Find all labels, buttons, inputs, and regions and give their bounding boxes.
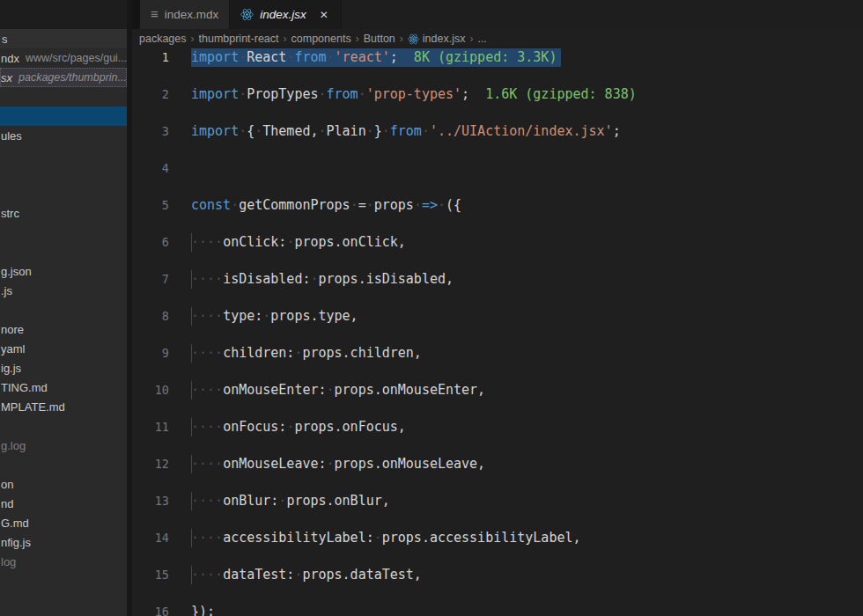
line-number: 13 <box>132 492 169 510</box>
whitespace-dots: ···· <box>191 419 223 435</box>
react-icon <box>408 33 419 45</box>
file-tree-item[interactable]: nfig.js <box>0 532 127 552</box>
whitespace-dots: · <box>310 271 318 287</box>
code-line[interactable]: 2import·PropTypes·from·'prop-types'; 1.6… <box>132 85 863 104</box>
whitespace-dots: · <box>358 86 366 102</box>
whitespace-dots: · <box>319 123 327 139</box>
breadcrumb-item-index-jsx[interactable]: index.jsx <box>408 33 466 45</box>
token: props.accessibilityLabel, <box>382 530 581 546</box>
line-number: 4 <box>132 159 169 178</box>
token: props.children, <box>302 345 421 361</box>
file-tree-item[interactable]: yaml <box>0 339 127 358</box>
code-text: ····dataTest:·props.dataTest, <box>191 566 422 584</box>
token: import <box>191 49 239 65</box>
file-tree-item[interactable]: on <box>0 474 127 494</box>
editor-tab-bar: ≡index.mdxindex.jsx✕ <box>132 0 863 29</box>
code-line[interactable]: 4 <box>132 159 863 178</box>
breadcrumb-item-Button[interactable]: Button <box>364 33 395 45</box>
file-tree-item[interactable]: ig.js <box>0 358 127 378</box>
breadcrumb-item-components[interactable]: components <box>291 33 351 45</box>
token: = <box>358 197 366 213</box>
chevron-right-icon: › <box>400 33 403 45</box>
code-line[interactable]: 14····accessibilityLabel:·props.accessib… <box>132 529 863 547</box>
tab-index.mdx[interactable]: ≡index.mdx <box>140 0 230 29</box>
file-tree-item[interactable]: MPLATE.md <box>0 397 127 416</box>
file-tree-item[interactable]: sxpackages/thumbprin... <box>0 68 127 87</box>
file-tree-item[interactable]: strc <box>0 203 127 223</box>
token: 'prop-types' <box>366 86 461 102</box>
tab-index.jsx[interactable]: index.jsx✕ <box>230 0 342 29</box>
file-name-fragment: ig.js <box>1 362 21 375</box>
code-text: import·{·Themed,·Plain·}·from·'../UIActi… <box>191 122 621 141</box>
token: from <box>390 123 422 139</box>
close-icon[interactable]: ✕ <box>318 8 330 22</box>
file-tree-item[interactable]: ules <box>0 126 127 145</box>
code-line[interactable]: 7····isDisabled:·props.isDisabled, <box>132 270 863 289</box>
code-line[interactable]: 13····onBlur:·props.onBlur, <box>132 492 863 510</box>
line-number: 3 <box>132 122 169 141</box>
code-line[interactable]: 12····onMouseLeave:·props.onMouseLeave, <box>132 455 863 473</box>
code-text: import·PropTypes·from·'prop-types'; 1.6K… <box>191 85 637 104</box>
file-tree-item[interactable]: G.md <box>0 513 127 532</box>
file-name-fragment: log <box>1 555 16 568</box>
file-tree-item-empty <box>0 300 127 319</box>
file-name-fragment: TING.md <box>1 381 48 394</box>
code-line[interactable]: 10····onMouseEnter:·props.onMouseEnter, <box>132 381 863 400</box>
code-line[interactable]: 9····children:·props.children, <box>132 344 863 363</box>
file-tree-item[interactable]: g.log <box>0 436 127 455</box>
code-line[interactable]: 5const·getCommonProps·=·props·=>·({ <box>132 196 863 215</box>
code-line[interactable]: 11····onFocus:·props.onFocus, <box>132 418 863 436</box>
chevron-right-icon: › <box>469 33 473 45</box>
whitespace-dots: ···· <box>191 456 223 472</box>
tab-bar-spacer <box>132 0 140 29</box>
whitespace-dots: ···· <box>191 308 223 324</box>
code-line[interactable]: 8····type:·props.type, <box>132 307 863 326</box>
whitespace-dots: · <box>366 123 374 139</box>
whitespace-dots: · <box>262 308 270 324</box>
file-tree-item[interactable]: TING.md <box>0 378 127 397</box>
code-line[interactable]: 3import·{·Themed,·Plain·}·from·'../UIAct… <box>132 122 863 141</box>
whitespace-dots: · <box>254 123 262 139</box>
whitespace-dots: · <box>327 456 335 472</box>
file-tree-item-empty[interactable] <box>0 106 127 126</box>
whitespace-dots: · <box>350 197 358 213</box>
line-number: 15 <box>132 566 169 584</box>
token: ; <box>390 49 398 65</box>
token: onFocus: <box>223 419 286 435</box>
breadcrumb-item-thumbprint-react[interactable]: thumbprint-react <box>199 33 279 45</box>
file-name-fragment: g.json <box>1 265 32 278</box>
code-line[interactable]: 15····dataTest:·props.dataTest, <box>132 566 863 584</box>
line-number: 7 <box>132 270 169 289</box>
line-number: 6 <box>132 233 169 252</box>
file-name-fragment: nd <box>1 497 13 510</box>
code-text: }); <box>191 603 215 616</box>
file-name-fragment: yaml <box>1 342 25 356</box>
file-tree-item[interactable]: g.json <box>0 261 127 281</box>
code-line[interactable]: 16}); <box>132 603 863 616</box>
token: } <box>374 123 382 139</box>
breadcrumb-label: ... <box>477 33 486 45</box>
code-text: ····onClick:·props.onClick, <box>191 233 406 252</box>
file-tree-item[interactable]: log <box>0 552 127 571</box>
open-editors-section-header[interactable]: s <box>0 29 127 48</box>
code-line[interactable]: 6····onClick:·props.onClick, <box>132 233 863 252</box>
file-tree-item[interactable]: .js <box>0 281 127 300</box>
token: props.isDisabled, <box>319 271 454 287</box>
file-tree-item[interactable]: nore <box>0 319 127 339</box>
file-tree-item[interactable]: ndxwww/src/pages/gui... <box>0 48 127 68</box>
token: props.dataTest, <box>302 567 421 583</box>
token: Plain <box>327 123 366 139</box>
code-editor[interactable]: 1import·React·from·'react'; 8K (gzipped:… <box>132 48 863 616</box>
code-text: const·getCommonProps·=·props·=>·({ <box>191 196 461 215</box>
whitespace-dots: ···· <box>191 234 223 250</box>
code-line[interactable]: 1import·React·from·'react'; 8K (gzipped:… <box>132 48 863 67</box>
breadcrumb-item-packages[interactable]: packages <box>139 33 187 45</box>
file-tree-item[interactable]: nd <box>0 494 127 513</box>
token: props.onClick, <box>294 234 405 250</box>
line-number: 11 <box>132 418 169 436</box>
file-name-fragment: on <box>1 478 13 491</box>
breadcrumb-item--[interactable]: ... <box>477 33 486 45</box>
code-text: ····onMouseLeave:·props.onMouseLeave, <box>191 455 485 473</box>
explorer-sidebar: s ndxwww/src/pages/gui...sxpackages/thum… <box>0 0 127 616</box>
mdx-file-icon: ≡ <box>151 7 159 20</box>
